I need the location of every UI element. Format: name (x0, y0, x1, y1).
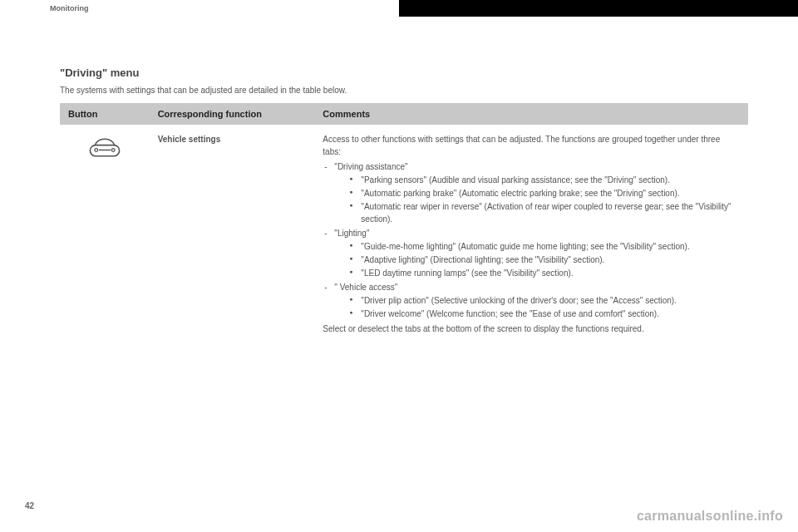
th-comments: Comments (314, 103, 748, 125)
page-number: 42 (25, 501, 34, 510)
comments-intro: Access to other functions with settings … (323, 135, 720, 156)
tab-lighting: "Lighting" "Guide-me-home lighting" (Aut… (323, 227, 740, 279)
header-black-bar (399, 0, 798, 17)
list-item: "Parking sensors" (Audible and visual pa… (349, 174, 740, 186)
list-item: "Guide-me-home lighting" (Automatic guid… (349, 240, 740, 253)
function-name: Vehicle settings (158, 135, 221, 144)
list-item: "Driver plip action" (Selective unlockin… (349, 294, 740, 307)
header-bar: Monitoring (0, 0, 798, 17)
tab-vehicle-access: " Vehicle access" "Driver plip action" (… (323, 281, 740, 320)
tab-driving-assistance: "Driving assistance" "Parking sensors" (… (323, 160, 740, 225)
tab-label: "Lighting" (334, 229, 369, 238)
comments-outro: Select or deselect the tabs at the botto… (323, 323, 740, 335)
tabs-list: "Driving assistance" "Parking sensors" (… (323, 160, 740, 320)
tab-label: " Vehicle access" (334, 283, 397, 292)
list-item: "LED daytime running lamps" (see the "Vi… (349, 267, 740, 279)
tab-label: "Driving assistance" (334, 162, 407, 171)
svg-point-3 (111, 149, 115, 152)
th-function: Corresponding function (150, 103, 315, 125)
list-item: "Adaptive lighting" (Directional lightin… (349, 254, 740, 266)
tab-items: "Guide-me-home lighting" (Automatic guid… (334, 240, 740, 279)
settings-table: Button Corresponding function Comments (60, 103, 748, 360)
table-header-row: Button Corresponding function Comments (60, 103, 748, 125)
menu-intro: The systems with settings that can be ad… (60, 86, 748, 95)
comments-cell: Access to other functions with settings … (314, 125, 748, 360)
th-button: Button (60, 103, 150, 125)
function-cell: Vehicle settings (150, 125, 315, 360)
list-item: "Driver welcome" (Welcome function; see … (349, 308, 740, 320)
button-icon-cell (60, 125, 150, 360)
section-label: Monitoring (0, 0, 399, 17)
menu-title: "Driving" menu (60, 66, 748, 79)
list-item: "Automatic parking brake" (Automatic ele… (349, 187, 740, 200)
page-content: "Driving" menu The systems with settings… (0, 17, 798, 360)
tab-items: "Driver plip action" (Selective unlockin… (334, 294, 740, 320)
table-row: Vehicle settings Access to other functio… (60, 125, 748, 360)
list-item: "Automatic rear wiper in reverse" (Activ… (349, 200, 740, 225)
svg-point-2 (95, 149, 98, 152)
watermark: carmanualsonline.info (637, 509, 783, 524)
car-icon (86, 136, 123, 161)
tab-items: "Parking sensors" (Audible and visual pa… (334, 174, 740, 225)
